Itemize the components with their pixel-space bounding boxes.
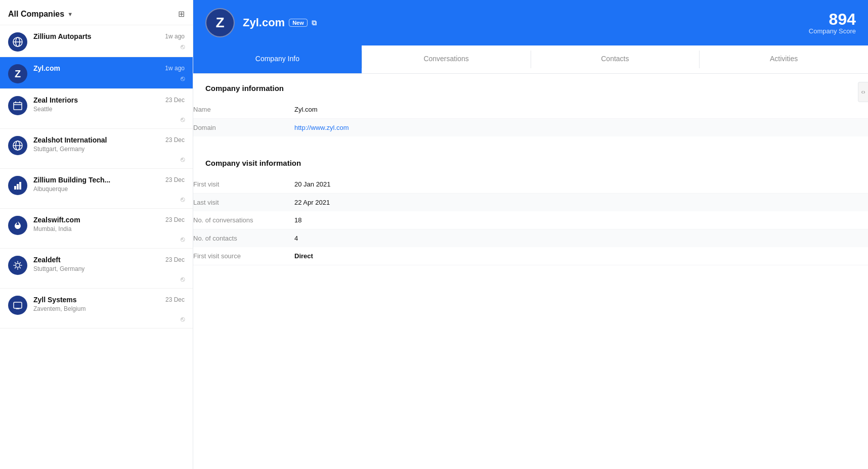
company-date-zeal-interiors: 23 Dec xyxy=(165,97,185,104)
collapse-button[interactable]: ‹› xyxy=(858,82,868,102)
info-label-first-visit-source: First visit source xyxy=(193,252,294,260)
open-icon-zealshot[interactable]: ⎋ xyxy=(181,155,185,163)
score-number: 894 xyxy=(809,11,856,27)
company-date-zyll-systems: 23 Dec xyxy=(165,296,185,303)
svg-rect-3 xyxy=(14,103,22,110)
score-label: Company Score xyxy=(809,27,856,35)
company-date-zealswift: 23 Dec xyxy=(165,216,185,223)
company-item-zealshot[interactable]: Zealshot International 23 Dec Stuttgart,… xyxy=(0,129,193,169)
company-name-zealdeft: Zealdeft xyxy=(33,256,61,264)
avatar-zealdeft xyxy=(8,256,27,275)
tab-company-info[interactable]: Company Info xyxy=(193,45,362,73)
company-list: Zillium Autoparts 1w ago ⎋ Z Zyl.com 1w … xyxy=(0,25,193,469)
company-location-zyll-systems: Zaventem, Belgium xyxy=(33,305,85,312)
info-label-domain: Domain xyxy=(193,124,294,131)
info-row-first-visit-source: First visit source Direct xyxy=(193,247,868,265)
info-row-name: Name Zyl.com xyxy=(193,101,868,119)
avatar-zealswift xyxy=(8,216,27,235)
tab-contacts[interactable]: Contacts xyxy=(531,45,700,73)
company-information-section: Company information Name Zyl.com Domain … xyxy=(193,74,868,140)
main-panel: Z Zyl.com New ⧉ 894 Company Score Compan… xyxy=(193,0,868,469)
grid-icon[interactable]: ⊞ xyxy=(178,9,185,19)
chevron-down-icon: ▼ xyxy=(67,11,73,17)
open-icon-zillium-autoparts[interactable]: ⎋ xyxy=(181,42,185,51)
open-icon-zealdeft[interactable]: ⎋ xyxy=(181,275,185,283)
header-company-name: Zyl.com New ⧉ xyxy=(243,16,317,29)
company-item-zyll-systems[interactable]: Zyll Systems 23 Dec Zaventem, Belgium ⎋ xyxy=(0,289,193,329)
visit-information-section: Company visit information First visit 20… xyxy=(193,149,868,269)
avatar-zeal-interiors xyxy=(8,96,27,115)
company-name-zillium-building: Zillium Building Tech... xyxy=(33,176,110,184)
avatar-zyl-com: Z xyxy=(8,64,27,83)
company-name-zillium-autoparts: Zillium Autoparts xyxy=(33,32,92,40)
info-label-last-visit: Last visit xyxy=(193,199,294,206)
company-location-zealshot: Stuttgart, Germany xyxy=(33,146,84,153)
tab-bar: Company Info Conversations Contacts Acti… xyxy=(193,45,868,74)
company-location-zillium-building: Albuquerque xyxy=(33,185,68,193)
info-value-contacts: 4 xyxy=(294,234,298,242)
svg-rect-9 xyxy=(17,184,19,190)
company-name-zealswift: Zealswift.com xyxy=(33,216,80,224)
company-score: 894 Company Score xyxy=(809,11,856,35)
info-value-conversations: 18 xyxy=(294,216,301,224)
company-location-zeal-interiors: Seattle xyxy=(33,106,52,113)
new-badge: New xyxy=(289,19,308,27)
avatar-zealshot xyxy=(8,136,27,155)
info-label-name: Name xyxy=(193,106,294,113)
company-item-zealswift[interactable]: Zealswift.com 23 Dec Mumbai, India ⎋ xyxy=(0,209,193,249)
info-value-first-visit: 20 Jan 2021 xyxy=(294,180,331,188)
company-date-zyl-com: 1w ago xyxy=(165,65,185,72)
info-row-domain: Domain http://www.zyl.com xyxy=(193,119,868,136)
sidebar-header: All Companies ▼ ⊞ xyxy=(0,0,193,25)
external-link-icon[interactable]: ⧉ xyxy=(312,19,317,27)
open-icon-zeal-interiors[interactable]: ⎋ xyxy=(181,115,185,123)
info-value-last-visit: 22 Apr 2021 xyxy=(294,199,330,206)
svg-rect-10 xyxy=(19,182,21,190)
company-name-zealshot: Zealshot International xyxy=(33,136,107,144)
avatar-zillium-autoparts xyxy=(8,32,27,52)
company-item-zealdeft[interactable]: Zealdeft 23 Dec Stuttgart, Germany ⎋ xyxy=(0,249,193,289)
tab-conversations[interactable]: Conversations xyxy=(362,45,531,73)
info-value-name: Zyl.com xyxy=(294,106,318,113)
info-row-conversations: No. of conversations 18 xyxy=(193,211,868,229)
open-icon-zillium-building[interactable]: ⎋ xyxy=(181,195,185,203)
info-label-first-visit: First visit xyxy=(193,180,294,188)
avatar-zyll-systems xyxy=(8,296,27,315)
info-value-first-visit-source: Direct xyxy=(294,252,313,260)
info-row-contacts: No. of contacts 4 xyxy=(193,229,868,247)
company-location-zealswift: Mumbai, India xyxy=(33,225,71,232)
info-row-last-visit: Last visit 22 Apr 2021 xyxy=(193,194,868,211)
company-item-zeal-interiors[interactable]: Zeal Interiors 23 Dec Seattle ⎋ xyxy=(0,89,193,129)
svg-rect-8 xyxy=(14,186,16,190)
all-companies-dropdown[interactable]: All Companies ▼ xyxy=(8,10,73,19)
company-logo: Z xyxy=(205,8,235,37)
visit-information-title: Company visit information xyxy=(205,159,856,167)
info-row-first-visit: First visit 20 Jan 2021 xyxy=(193,175,868,194)
company-item-zyl-com[interactable]: Z Zyl.com 1w ago ⎋ xyxy=(0,57,193,89)
svg-point-11 xyxy=(16,263,20,267)
sidebar-title-text: All Companies xyxy=(8,10,64,19)
content-area: ‹› Company information Name Zyl.com Doma… xyxy=(193,74,868,469)
header-left: Z Zyl.com New ⧉ xyxy=(205,8,317,37)
company-name-zyll-systems: Zyll Systems xyxy=(33,296,77,304)
company-header: Z Zyl.com New ⧉ 894 Company Score xyxy=(193,0,868,45)
info-label-conversations: No. of conversations xyxy=(193,216,294,224)
avatar-zillium-building xyxy=(8,176,27,195)
info-label-contacts: No. of contacts xyxy=(193,234,294,242)
company-location-zealdeft: Stuttgart, Germany xyxy=(33,265,84,272)
info-value-domain[interactable]: http://www.zyl.com xyxy=(294,124,349,131)
open-icon-zyll-systems[interactable]: ⎋ xyxy=(181,315,185,323)
company-item-zillium-building[interactable]: Zillium Building Tech... 23 Dec Albuquer… xyxy=(0,169,193,209)
company-name-zeal-interiors: Zeal Interiors xyxy=(33,96,78,104)
tab-activities[interactable]: Activities xyxy=(700,45,868,73)
open-icon-zyl-com[interactable]: ⎋ xyxy=(181,74,185,82)
company-name-zyl-com: Zyl.com xyxy=(33,64,60,72)
company-date-zealdeft: 23 Dec xyxy=(165,256,185,263)
company-date-zillium-autoparts: 1w ago xyxy=(165,33,185,40)
company-information-title: Company information xyxy=(205,84,856,92)
company-date-zealshot: 23 Dec xyxy=(165,136,185,144)
open-icon-zealswift[interactable]: ⎋ xyxy=(181,235,185,243)
svg-rect-12 xyxy=(14,302,22,308)
company-item-zillium-autoparts[interactable]: Zillium Autoparts 1w ago ⎋ xyxy=(0,25,193,57)
sidebar: All Companies ▼ ⊞ Zillium Autoparts 1w a… xyxy=(0,0,193,469)
